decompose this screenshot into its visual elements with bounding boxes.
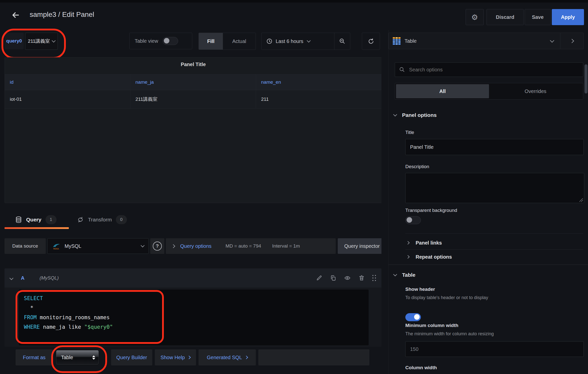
chevron-right-icon — [244, 356, 248, 359]
sql-keyword: SELECT — [24, 295, 43, 301]
tab-query-label: Query — [26, 217, 41, 223]
select-arrows-icon — [92, 355, 95, 360]
sql-code-editor[interactable]: SELECT * FROM monitoring_rooms_names WHE… — [19, 290, 369, 345]
variable-label[interactable]: query0 — [5, 33, 24, 49]
eye-icon[interactable] — [344, 275, 351, 281]
query-datasource-hint: (MySQL) — [39, 275, 59, 281]
sql-keyword: WHERE — [24, 324, 40, 330]
column-header[interactable]: name_ja — [130, 74, 256, 90]
panel-links-section[interactable]: Panel links — [407, 237, 442, 248]
variable-value-dropdown[interactable]: 211講義室 — [25, 33, 58, 50]
apply-button[interactable]: Apply — [552, 9, 584, 25]
panel-preview: Panel Title id name_ja name_en iot-01 21… — [5, 57, 381, 203]
query-options-bar[interactable]: Query options MD = auto = 794 Interval =… — [166, 238, 336, 254]
tab-query[interactable]: Query 1 — [15, 215, 57, 224]
description-textarea[interactable] — [405, 173, 584, 203]
clock-icon — [266, 38, 273, 44]
chevron-right-icon — [171, 244, 175, 248]
format-as-value: Table — [61, 355, 73, 360]
query-builder-button[interactable]: Query Builder — [111, 349, 152, 365]
show-header-label: Show header — [405, 287, 435, 292]
table-view-toggle[interactable] — [163, 37, 178, 45]
sql-line-1: SELECT — [24, 294, 369, 303]
table-section-header[interactable]: Table — [394, 272, 415, 278]
format-as-select[interactable]: Table — [56, 350, 99, 365]
search-options-box[interactable] — [395, 62, 583, 77]
collapse-options-button[interactable] — [560, 33, 583, 49]
show-help-button[interactable]: Show Help — [155, 349, 196, 365]
transparent-background-toggle[interactable] — [405, 216, 421, 224]
mysql-logo-icon: MySQL — [52, 243, 61, 250]
edit-pencil-icon[interactable] — [316, 275, 322, 281]
zoom-out-time-button[interactable] — [334, 33, 350, 50]
save-button[interactable]: Save — [525, 9, 551, 25]
query-inspector-button[interactable]: Query inspector — [338, 238, 381, 254]
title-label: Title — [405, 130, 414, 135]
panel-settings-button[interactable]: ⚙︎ — [466, 9, 484, 25]
table-view-label: Table view — [135, 38, 158, 44]
resize-grip-icon[interactable] — [579, 198, 583, 202]
format-as-label: Format as — [16, 349, 53, 365]
min-column-width-input[interactable] — [405, 341, 584, 357]
chevron-down-icon — [141, 244, 145, 248]
chevron-down-icon — [52, 39, 56, 43]
chevron-down-icon — [393, 272, 397, 276]
chevron-down-icon — [307, 39, 311, 43]
chevron-right-icon — [570, 39, 574, 43]
fill-option[interactable]: Fill — [199, 33, 223, 50]
actual-option[interactable]: Actual — [223, 33, 256, 50]
column-header[interactable]: id — [5, 74, 130, 90]
search-icon — [399, 67, 405, 73]
panel-title: Panel Title — [5, 62, 381, 67]
section-divider — [388, 264, 588, 265]
chevron-down-icon — [10, 276, 14, 280]
query-row-card: A (MySQL) — [5, 268, 381, 347]
svg-text:MySQL: MySQL — [53, 248, 59, 250]
query-row-actions — [316, 275, 376, 281]
query-row-header[interactable]: A (MySQL) — [5, 268, 381, 288]
show-header-toggle[interactable] — [405, 313, 421, 321]
query-count-badge: 1 — [45, 215, 57, 224]
chevron-right-icon — [406, 241, 410, 245]
panel-title-input[interactable] — [405, 139, 584, 155]
generated-sql-button[interactable]: Generated SQL — [199, 349, 256, 365]
min-column-width-desc: The minimum width for column auto resizi… — [405, 331, 494, 337]
visualization-picker[interactable]: Table — [388, 33, 584, 49]
column-header[interactable]: name_en — [256, 74, 381, 90]
query-options-interval: Interval = 1m — [272, 243, 300, 249]
sql-string: "$query0" — [84, 324, 113, 330]
tab-transform[interactable]: Transform 0 — [77, 215, 127, 224]
time-range-button[interactable]: Last 6 hours — [262, 38, 334, 44]
copy-icon[interactable] — [330, 275, 336, 281]
transparent-background-label: Transparent background — [405, 208, 457, 213]
show-header-desc: To display table's header or not to disp… — [405, 295, 488, 300]
tab-all[interactable]: All — [396, 84, 489, 98]
question-mark-icon: ? — [153, 242, 162, 251]
sql-keyword: FROM — [24, 314, 37, 320]
fill-actual-segmented: Fill Actual — [199, 33, 256, 50]
table-cell: 211 — [256, 90, 381, 108]
grafana-edit-panel: sample3 / Edit Panel ⚙︎ Discard Save App… — [0, 0, 588, 374]
tab-overrides[interactable]: Overrides — [489, 84, 582, 98]
trash-icon[interactable] — [358, 275, 365, 281]
table-view-group: Table view — [129, 33, 192, 49]
repeat-options-section[interactable]: Repeat options — [407, 251, 452, 262]
query-options-label: Query options — [180, 243, 212, 249]
sidebar-scrollbar[interactable] — [584, 64, 587, 94]
discard-button[interactable]: Discard — [486, 9, 524, 25]
sql-line-2: * — [24, 303, 369, 313]
database-icon — [15, 216, 22, 224]
query-ref-id: A — [21, 275, 24, 281]
search-options-input[interactable] — [409, 67, 579, 73]
tab-transform-label: Transform — [88, 217, 112, 223]
refresh-button[interactable] — [362, 33, 380, 50]
active-tab-underline — [5, 227, 69, 229]
divider — [405, 233, 583, 233]
query-options-md: MD = auto = 794 — [226, 243, 261, 249]
datasource-help-button[interactable]: ? — [150, 238, 164, 254]
sql-line-3: FROM monitoring_rooms_names — [24, 313, 369, 322]
panel-options-header[interactable]: Panel options — [394, 112, 437, 118]
datasource-select[interactable]: MySQL MySQL — [47, 238, 149, 254]
drag-handle-icon[interactable] — [372, 275, 373, 276]
variable-value: 211講義室 — [28, 38, 50, 44]
